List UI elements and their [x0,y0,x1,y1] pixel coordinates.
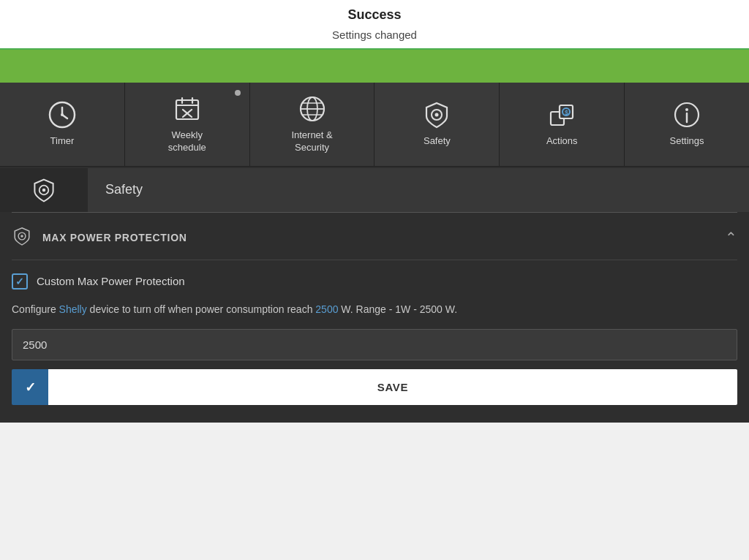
tab-actions-label: Actions [546,135,578,148]
custom-protection-checkbox-row[interactable]: ✓ Custom Max Power Protection [12,260,737,298]
svg-point-23 [685,108,688,111]
svg-rect-4 [176,100,198,119]
accordion-shield-icon [12,226,32,249]
save-checkbox-box[interactable]: ✓ [12,369,48,405]
tab-weekly-schedule[interactable]: Weeklyschedule [125,83,250,166]
info-icon [672,100,701,129]
save-button[interactable]: SAVE [48,369,737,405]
svg-point-27 [20,235,23,238]
weekly-schedule-dot [235,90,241,96]
chevron-up-icon: ⌃ [725,229,737,246]
check-mark-icon: ✓ [15,276,24,287]
tab-safety-label: Safety [424,135,451,148]
tab-safety[interactable]: Safety [374,83,500,166]
section-header-row: Safety [0,168,749,212]
description-text: Configure Shelly device to turn off when… [12,298,737,329]
clock-icon [48,100,77,129]
save-check-icon: ✓ [25,379,36,396]
custom-protection-label: Custom Max Power Protection [37,275,185,287]
tab-internet-security-label: Internet &Security [291,129,332,154]
calendar-x-icon [173,94,202,124]
accordion-title: MAX POWER PROTECTION [42,232,725,243]
description-prefix: Configure [12,303,59,315]
brand-name: Shelly [59,303,87,315]
custom-protection-checkbox[interactable]: ✓ [12,273,28,290]
save-row: ✓ SAVE [12,369,737,405]
tab-weekly-schedule-label: Weeklyschedule [168,129,206,154]
tab-settings[interactable]: Settings [625,83,749,166]
section-shield-icon [31,177,57,203]
nav-tabs: Timer Weeklyschedule I [0,83,749,167]
description-suffix: W. Range - 1W - 2500 W. [338,303,457,315]
tab-timer-label: Timer [50,135,75,148]
content-area: MAX POWER PROTECTION ⌃ ✓ Custom Max Powe… [0,212,749,423]
section-icon-box [0,168,88,212]
success-banner: Success Settings changed [0,0,749,50]
shield-icon [422,100,451,129]
description-middle: device to turn off when power consumptio… [87,303,316,315]
tab-timer[interactable]: Timer [0,83,125,166]
svg-point-16 [435,113,439,117]
section-title: Safety [88,182,749,197]
accordion-header[interactable]: MAX POWER PROTECTION ⌃ [12,213,737,260]
globe-icon [298,94,327,124]
tab-internet-security[interactable]: Internet &Security [250,83,375,166]
svg-point-3 [61,113,64,116]
success-title: Success [0,7,749,23]
main-container: Timer Weeklyschedule I [0,83,749,423]
svg-text:$: $ [565,109,568,116]
settings-changed-text: Settings changed [0,23,749,45]
green-bar [0,50,749,83]
svg-point-25 [42,189,46,192]
power-input[interactable] [12,329,737,360]
tab-settings-label: Settings [670,135,704,148]
tab-actions[interactable]: $ Actions [500,83,625,166]
actions-icon: $ [547,100,576,129]
description-value: 2500 [315,303,338,315]
